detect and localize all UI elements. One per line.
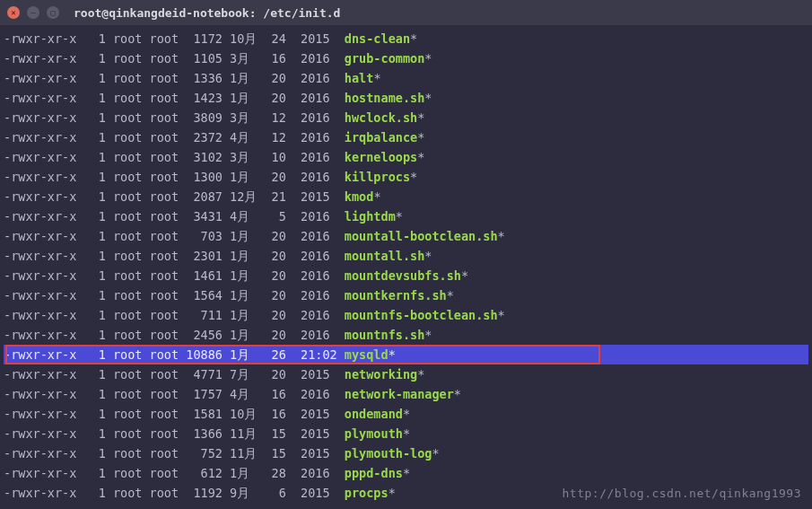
group: root bbox=[150, 229, 179, 243]
permissions: -rwxr-xr-x bbox=[4, 170, 76, 184]
day: 15 bbox=[264, 446, 285, 461]
group: root bbox=[150, 486, 179, 500]
month: 4月 bbox=[230, 387, 264, 401]
month: 1月 bbox=[230, 308, 264, 322]
owner: root bbox=[113, 387, 143, 401]
file-size: 1581 bbox=[186, 407, 223, 421]
year-or-time: 2016 bbox=[301, 110, 337, 125]
permissions: -rwxr-xr-x bbox=[4, 308, 76, 322]
year-or-time: 2015 bbox=[301, 189, 337, 204]
owner: root bbox=[113, 249, 143, 263]
group: root bbox=[150, 91, 179, 105]
permissions: -rwxr-xr-x bbox=[4, 31, 76, 46]
year-or-time: 2016 bbox=[301, 170, 337, 184]
file-size: 711 bbox=[186, 308, 223, 322]
group: root bbox=[150, 31, 179, 46]
link-count: 1 bbox=[76, 31, 106, 46]
day: 20 bbox=[264, 91, 285, 105]
day: 28 bbox=[264, 466, 285, 480]
terminal-output[interactable]: -rwxr-xr-x 1 root root 1172 10月 24 2015 … bbox=[0, 25, 812, 506]
year-or-time: 2016 bbox=[301, 288, 337, 303]
file-size: 3809 bbox=[186, 110, 223, 125]
day: 20 bbox=[264, 268, 285, 283]
day: 16 bbox=[264, 407, 285, 421]
owner: root bbox=[113, 91, 143, 105]
exec-marker: * bbox=[424, 249, 432, 263]
exec-marker: * bbox=[389, 486, 396, 500]
link-count: 1 bbox=[76, 71, 106, 85]
link-count: 1 bbox=[76, 347, 106, 362]
link-count: 1 bbox=[76, 308, 106, 322]
owner: root bbox=[113, 347, 143, 362]
day: 21 bbox=[264, 189, 285, 204]
link-count: 1 bbox=[76, 387, 106, 401]
file-row: -rwxr-xr-x 1 root root 2456 1月 20 2016 m… bbox=[4, 325, 808, 345]
owner: root bbox=[113, 130, 143, 145]
permissions: -rwxr-xr-x bbox=[4, 91, 76, 105]
link-count: 1 bbox=[76, 446, 106, 461]
owner: root bbox=[113, 189, 143, 204]
maximize-icon[interactable]: ▢ bbox=[47, 6, 59, 19]
link-count: 1 bbox=[76, 51, 106, 66]
file-size: 2372 bbox=[186, 130, 223, 145]
owner: root bbox=[113, 51, 143, 66]
owner: root bbox=[113, 71, 143, 85]
file-size: 1172 bbox=[186, 31, 223, 46]
exec-marker: * bbox=[454, 387, 461, 401]
exec-marker: * bbox=[403, 426, 410, 441]
filename: grub-common bbox=[345, 51, 424, 66]
file-size: 1757 bbox=[186, 387, 223, 401]
exec-marker: * bbox=[432, 446, 439, 461]
close-icon[interactable]: ✕ bbox=[7, 6, 20, 19]
year-or-time: 2016 bbox=[301, 268, 337, 283]
year-or-time: 2016 bbox=[301, 130, 337, 145]
link-count: 1 bbox=[76, 130, 106, 145]
month: 1月 bbox=[230, 466, 264, 480]
file-row: -rwxr-xr-x 1 root root 4771 7月 20 2015 n… bbox=[4, 364, 808, 384]
file-size: 10886 bbox=[186, 347, 223, 362]
minimize-icon[interactable]: – bbox=[27, 6, 39, 19]
permissions: -rwxr-xr-x bbox=[4, 51, 76, 66]
year-or-time: 2016 bbox=[301, 328, 337, 342]
file-size: 1105 bbox=[186, 51, 223, 66]
group: root bbox=[150, 130, 179, 145]
link-count: 1 bbox=[76, 367, 106, 382]
file-size: 1366 bbox=[186, 426, 223, 441]
exec-marker: * bbox=[498, 229, 505, 243]
year-or-time: 2016 bbox=[301, 466, 337, 480]
month: 10月 bbox=[230, 31, 264, 46]
group: root bbox=[150, 328, 179, 342]
exec-marker: * bbox=[417, 150, 424, 164]
permissions: -rwxr-xr-x bbox=[4, 268, 76, 283]
file-size: 1192 bbox=[186, 486, 223, 500]
filename: networking bbox=[345, 367, 417, 382]
group: root bbox=[150, 288, 179, 303]
link-count: 1 bbox=[76, 288, 106, 303]
file-row: -rwxr-xr-x 1 root root 1461 1月 20 2016 m… bbox=[4, 266, 808, 285]
month: 9月 bbox=[230, 486, 264, 500]
year-or-time: 2016 bbox=[301, 249, 337, 263]
permissions: -rwxr-xr-x bbox=[4, 150, 76, 164]
group: root bbox=[150, 209, 179, 224]
exec-marker: * bbox=[417, 130, 424, 145]
titlebar: ✕ – ▢ root@qinkangdeid-notebook: /etc/in… bbox=[0, 0, 812, 25]
permissions: -rwxr-xr-x bbox=[4, 367, 76, 382]
file-size: 703 bbox=[186, 229, 223, 243]
owner: root bbox=[113, 268, 143, 283]
exec-marker: * bbox=[410, 31, 417, 46]
year-or-time: 2015 bbox=[301, 486, 337, 500]
month: 3月 bbox=[230, 110, 264, 125]
exec-marker: * bbox=[403, 466, 410, 480]
link-count: 1 bbox=[76, 426, 106, 441]
year-or-time: 2015 bbox=[301, 31, 337, 46]
owner: root bbox=[113, 31, 143, 46]
permissions: -rwxr-xr-x bbox=[4, 328, 76, 342]
permissions: -rwxr-xr-x bbox=[4, 387, 76, 401]
permissions: -rwxr-xr-x bbox=[4, 249, 76, 263]
month: 1月 bbox=[230, 347, 264, 362]
filename: mountdevsubfs.sh bbox=[345, 268, 461, 283]
permissions: -rwxr-xr-x bbox=[4, 130, 76, 145]
filename: mountnfs.sh bbox=[345, 328, 424, 342]
owner: root bbox=[113, 170, 143, 184]
month: 1月 bbox=[230, 91, 264, 105]
